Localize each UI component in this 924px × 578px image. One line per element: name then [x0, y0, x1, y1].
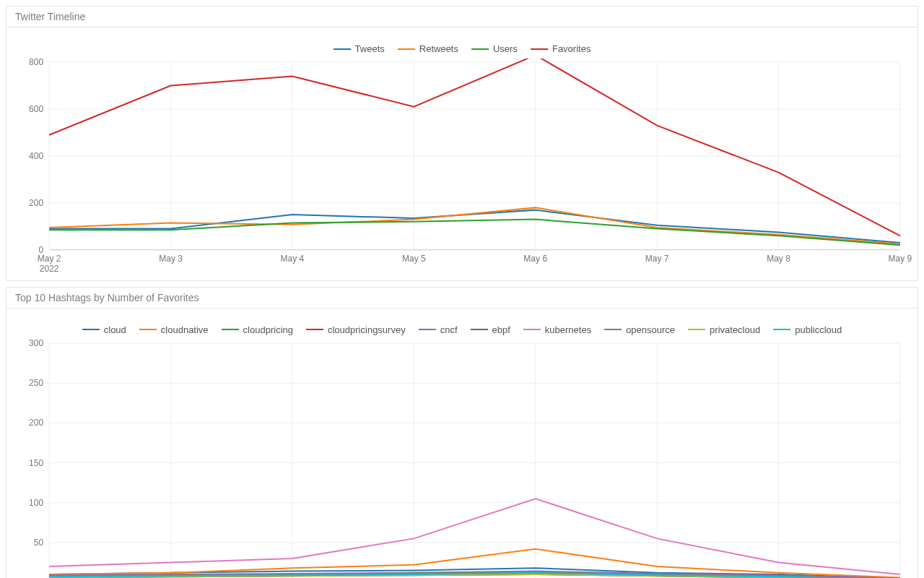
series-tweets — [49, 210, 900, 243]
y-tick-label: 800 — [29, 59, 43, 67]
panel-body-hashtags: cloudcloudnativecloudpricingcloudpricing… — [6, 309, 918, 578]
legend-item-cloudpricing[interactable]: cloudpricing — [222, 324, 293, 335]
legend-item-opensource[interactable]: opensource — [604, 324, 675, 335]
legend-item-cloud[interactable]: cloud — [82, 324, 126, 335]
x-tick-label: May 3 — [159, 254, 183, 264]
legend-swatch-icon — [688, 329, 705, 330]
legend-label: opensource — [626, 324, 675, 335]
chart-svg-timeline: 0200400600800May 2May 3May 4May 5May 6Ma… — [9, 59, 915, 276]
y-tick-label: 50 — [34, 538, 44, 548]
legend-item-cloudpricingsurvey[interactable]: cloudpricingsurvey — [306, 324, 406, 335]
legend-label: privatecloud — [710, 324, 760, 335]
legend-label: kubernetes — [545, 324, 591, 335]
legend-label: cloud — [104, 324, 126, 335]
chart-svg-hashtags: 50100150200250300 — [9, 340, 915, 578]
legend-swatch-icon — [471, 329, 488, 330]
legend-item-tweets[interactable]: Tweets — [334, 43, 385, 54]
y-tick-label: 150 — [29, 458, 43, 468]
legend-label: publiccloud — [795, 324, 842, 335]
x-tick-label: May 2 — [38, 254, 61, 264]
legend-swatch-icon — [531, 48, 548, 50]
chart-hashtags: 50100150200250300 — [9, 340, 915, 578]
legend-item-publiccloud[interactable]: publiccloud — [773, 324, 842, 335]
y-tick-label: 300 — [29, 340, 43, 348]
legend-label: Retweets — [419, 43, 458, 54]
legend-timeline: TweetsRetweetsUsersFavorites — [9, 32, 915, 59]
legend-item-favorites[interactable]: Favorites — [531, 43, 590, 54]
legend-label: Users — [493, 43, 518, 54]
y-tick-label: 200 — [29, 198, 43, 208]
legend-swatch-icon — [334, 48, 351, 50]
legend-swatch-icon — [82, 329, 100, 330]
legend-label: cloudpricingsurvey — [328, 324, 406, 335]
legend-item-ebpf[interactable]: ebpf — [471, 324, 510, 335]
y-tick-label: 100 — [29, 498, 43, 508]
panel-timeline: Twitter Timeline TweetsRetweetsUsersFavo… — [6, 6, 918, 281]
series-retweets — [49, 207, 900, 243]
legend-swatch-icon — [773, 329, 790, 330]
x-tick-label: May 9 — [889, 254, 912, 264]
chart-timeline: 0200400600800May 2May 3May 4May 5May 6Ma… — [9, 59, 915, 276]
series-favorites — [49, 59, 900, 236]
panel-hashtags: Top 10 Hashtags by Number of Favorites c… — [6, 287, 918, 578]
legend-item-kubernetes[interactable]: kubernetes — [523, 324, 591, 335]
legend-label: ebpf — [492, 324, 510, 335]
legend-swatch-icon — [419, 329, 436, 330]
legend-label: Favorites — [552, 43, 590, 54]
y-tick-label: 400 — [29, 151, 43, 161]
panel-title-timeline: Twitter Timeline — [6, 7, 918, 27]
y-tick-label: 200 — [29, 418, 43, 428]
panel-body-timeline: TweetsRetweetsUsersFavorites 02004006008… — [6, 27, 918, 280]
x-tick-sublabel: 2022 — [40, 264, 59, 274]
legend-swatch-icon — [222, 329, 239, 330]
y-tick-label: 600 — [29, 104, 43, 114]
legend-label: cloudpricing — [243, 324, 293, 335]
x-tick-label: May 4 — [281, 254, 305, 264]
legend-swatch-icon — [471, 48, 489, 50]
x-tick-label: May 5 — [402, 254, 426, 264]
legend-item-retweets[interactable]: Retweets — [398, 43, 458, 54]
x-tick-label: May 7 — [645, 254, 669, 264]
legend-swatch-icon — [398, 48, 415, 50]
x-tick-label: May 8 — [767, 254, 790, 264]
series-kubernetes — [49, 499, 900, 574]
legend-swatch-icon — [306, 329, 323, 330]
legend-item-privatecloud[interactable]: privatecloud — [688, 324, 760, 335]
legend-hashtags: cloudcloudnativecloudpricingcloudpricing… — [9, 313, 915, 340]
legend-swatch-icon — [139, 329, 157, 330]
legend-swatch-icon — [523, 329, 541, 330]
legend-item-cloudnative[interactable]: cloudnative — [139, 324, 209, 335]
legend-label: cncf — [440, 324, 458, 335]
legend-item-cncf[interactable]: cncf — [419, 324, 458, 335]
y-tick-label: 250 — [29, 378, 43, 388]
legend-label: cloudnative — [161, 324, 209, 335]
legend-swatch-icon — [604, 329, 622, 330]
x-tick-label: May 6 — [523, 254, 547, 264]
legend-label: Tweets — [355, 43, 385, 54]
panel-title-hashtags: Top 10 Hashtags by Number of Favorites — [6, 288, 918, 309]
legend-item-users[interactable]: Users — [471, 43, 518, 54]
